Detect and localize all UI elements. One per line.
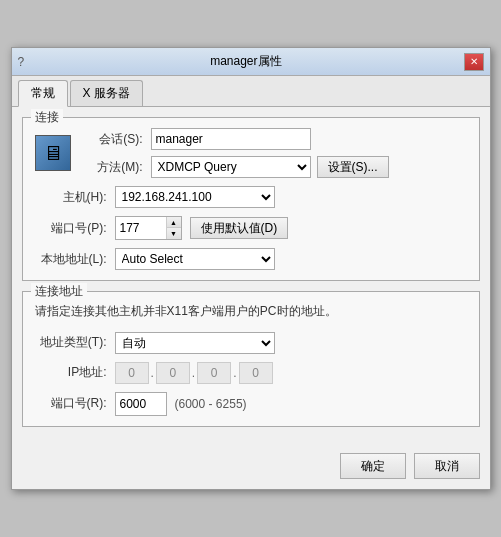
ip-seg-4[interactable] <box>239 362 273 384</box>
local-addr-select[interactable]: Auto Select Manual <box>115 248 275 270</box>
connection-section-title: 连接 <box>31 109 63 126</box>
addr-type-select[interactable]: 自动 IPv4 IPv6 <box>115 332 275 354</box>
port-input[interactable] <box>116 217 166 239</box>
connection-addr-title: 连接地址 <box>31 283 87 300</box>
help-icon[interactable]: ? <box>18 55 25 69</box>
tab-bar: 常规 X 服务器 <box>12 76 490 107</box>
connection-addr-section: 连接地址 请指定连接其他主机并非X11客户端用户的PC时的地址。 地址类型(T)… <box>22 291 480 426</box>
port-range-label: (6000 - 6255) <box>175 397 247 411</box>
session-input[interactable] <box>151 128 311 150</box>
ip-dot-2: . <box>190 366 197 380</box>
bottom-buttons: 确定 取消 <box>12 447 490 489</box>
connection-icon: 🖥 <box>35 135 71 171</box>
port-spin-up[interactable]: ▲ <box>167 217 181 228</box>
host-select[interactable]: 192.168.241.100 <box>115 186 275 208</box>
title-buttons: ✕ <box>464 53 484 71</box>
main-window: ? manager属性 ✕ 常规 X 服务器 连接 🖥 会话(S): <box>11 47 491 489</box>
content-area: 连接 🖥 会话(S): 方法(M): XDMCP Query <box>12 107 490 446</box>
close-button[interactable]: ✕ <box>464 53 484 71</box>
port-label: 端口号(P): <box>35 220 115 237</box>
port-spinner-buttons: ▲ ▼ <box>166 217 181 239</box>
port-r-input[interactable] <box>116 393 166 415</box>
method-select[interactable]: XDMCP Query <box>151 156 311 178</box>
ip-row: IP地址: . . . <box>35 362 467 384</box>
local-addr-label: 本地地址(L): <box>35 251 115 268</box>
local-addr-row: 本地地址(L): Auto Select Manual <box>35 248 467 270</box>
window-title: manager属性 <box>28 53 463 70</box>
session-row: 🖥 会话(S): 方法(M): XDMCP Query 设置(S)... <box>35 128 467 178</box>
port-row: 端口号(P): ▲ ▼ 使用默认值(D) <box>35 216 467 240</box>
ip-label: IP地址: <box>35 364 115 381</box>
port-r-label: 端口号(R): <box>35 395 115 412</box>
ip-dot-1: . <box>149 366 156 380</box>
tab-server[interactable]: X 服务器 <box>70 80 143 106</box>
host-row: 主机(H): 192.168.241.100 <box>35 186 467 208</box>
connection-desc: 请指定连接其他主机并非X11客户端用户的PC时的地址。 <box>35 302 467 321</box>
cancel-button[interactable]: 取消 <box>414 453 480 479</box>
port-spinner: ▲ ▼ <box>115 216 182 240</box>
settings-button[interactable]: 设置(S)... <box>317 156 389 178</box>
ip-dot-3: . <box>231 366 238 380</box>
default-button[interactable]: 使用默认值(D) <box>190 217 289 239</box>
port-r-row: 端口号(R): (6000 - 6255) <box>35 392 467 416</box>
ip-seg-1[interactable] <box>115 362 149 384</box>
session-label: 会话(S): <box>71 131 151 148</box>
port-spin-down[interactable]: ▼ <box>167 228 181 239</box>
ip-seg-3[interactable] <box>197 362 231 384</box>
connection-section: 连接 🖥 会话(S): 方法(M): XDMCP Query <box>22 117 480 281</box>
host-label: 主机(H): <box>35 189 115 206</box>
title-bar: ? manager属性 ✕ <box>12 48 490 76</box>
method-label: 方法(M): <box>71 159 151 176</box>
ok-button[interactable]: 确定 <box>340 453 406 479</box>
tab-general[interactable]: 常规 <box>18 80 68 107</box>
ip-address: . . . <box>115 362 273 384</box>
port-r-spinner <box>115 392 167 416</box>
addr-type-label: 地址类型(T): <box>35 334 115 351</box>
addr-type-row: 地址类型(T): 自动 IPv4 IPv6 <box>35 332 467 354</box>
ip-seg-2[interactable] <box>156 362 190 384</box>
